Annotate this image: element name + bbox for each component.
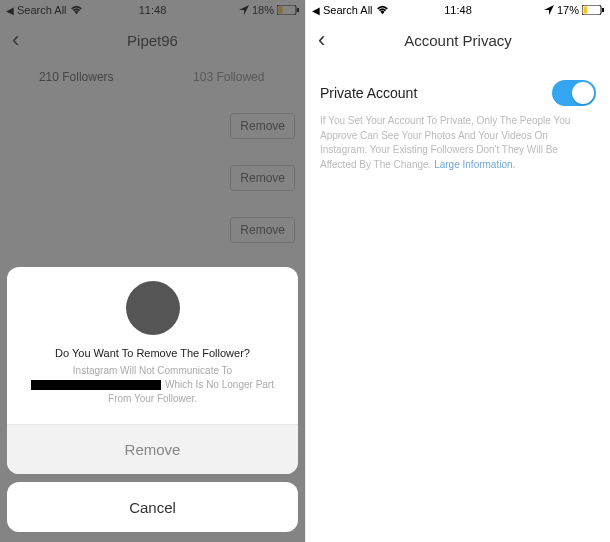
remove-follower-button[interactable]: Remove (230, 165, 295, 191)
svg-rect-2 (297, 8, 299, 12)
wifi-icon (70, 5, 83, 15)
follower-row: Remove (10, 100, 295, 152)
nav-bar-right: ‹ Account Privacy (306, 20, 610, 60)
sheet-avatar (7, 267, 298, 335)
private-account-toggle[interactable] (552, 80, 596, 106)
location-icon (544, 5, 554, 15)
private-account-description: If You Set Your Account To Private, Only… (320, 114, 596, 172)
wifi-icon (376, 5, 389, 15)
status-bar-left: ◀Search All 11:48 18% (0, 0, 305, 20)
private-account-label: Private Account (320, 85, 417, 101)
follower-tabs: 210 Followers 103 Followed (0, 60, 305, 94)
remove-follower-sheet: Do You Want To Remove The Follower? Inst… (7, 267, 298, 474)
private-account-row: Private Account (320, 70, 596, 112)
status-time: 11:48 (444, 4, 472, 16)
tab-followers[interactable]: 210 Followers (0, 60, 153, 94)
follower-row: Remove (10, 152, 295, 204)
location-icon (239, 5, 249, 15)
back-icon[interactable]: ‹ (318, 27, 325, 53)
sheet-prompt: Do You Want To Remove The Follower? (7, 347, 298, 359)
sheet-remove-button[interactable]: Remove (7, 424, 298, 474)
more-info-link[interactable]: Large Information. (434, 159, 515, 170)
status-time: 11:48 (139, 4, 167, 16)
remove-follower-button[interactable]: Remove (230, 113, 295, 139)
status-right: 18% (239, 4, 299, 16)
remove-follower-button[interactable]: Remove (230, 217, 295, 243)
nav-bar-left: ‹ Pipet96 (0, 20, 305, 60)
avatar (126, 281, 180, 335)
sheet-cancel-button[interactable]: Cancel (7, 482, 298, 532)
follower-row: Remove (10, 204, 295, 256)
tab-followed[interactable]: 103 Followed (153, 60, 306, 94)
battery-icon (277, 5, 299, 15)
page-title: Account Privacy (404, 32, 512, 49)
status-bar-right: ◀Search All 11:48 17% (306, 0, 610, 20)
status-right: 17% (544, 4, 604, 16)
svg-rect-4 (584, 7, 588, 14)
svg-rect-5 (602, 8, 604, 12)
redacted-name (31, 380, 161, 390)
sheet-subtext: Instagram Will Not Communicate To Which … (7, 364, 298, 406)
status-carrier: ◀Search All (312, 4, 389, 16)
page-title: Pipet96 (127, 32, 178, 49)
status-carrier: ◀Search All (6, 4, 83, 16)
battery-icon (582, 5, 604, 15)
svg-rect-1 (279, 7, 283, 14)
back-icon[interactable]: ‹ (12, 27, 19, 53)
